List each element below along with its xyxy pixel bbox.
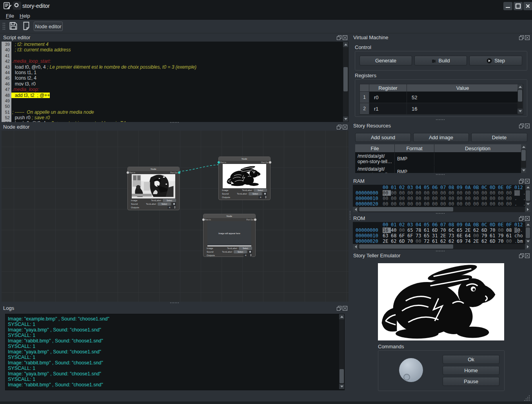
sound-icon[interactable] — [172, 202, 176, 206]
new-file-icon[interactable] — [22, 22, 31, 30]
hex-row[interactable]: 000000202E626D70007261626269742E626D7000… — [353, 238, 530, 244]
node-title[interactable]: Node — [219, 157, 270, 161]
minimize-button[interactable] — [503, 2, 512, 10]
script-line[interactable]: 44 Icons t1, 1 — [2, 70, 349, 75]
logs-output[interactable]: Image: "example.bmp" , Sound: "choose1.s… — [5, 314, 345, 390]
ok-button[interactable]: Ok — [443, 355, 499, 364]
close-button[interactable] — [523, 2, 532, 10]
script-line[interactable]: 39 ; t2: increment 4 — [2, 42, 349, 47]
dial-knob[interactable] — [399, 358, 423, 382]
resources-scrollbar[interactable] — [521, 144, 526, 173]
description-cell[interactable] — [434, 166, 521, 173]
resource-row[interactable]: /mnt/data/git/open-story-tellBMP — [355, 166, 521, 173]
splitter-handle[interactable] — [170, 122, 179, 123]
format-cell[interactable]: BMP — [395, 153, 434, 165]
resource-row[interactable]: /mnt/data/git/open-story-tell…BMP — [355, 153, 521, 165]
port-out-dot[interactable] — [269, 161, 271, 164]
script-line[interactable]: 48 add t3, t2 ; @++ — [2, 93, 349, 98]
register-column-header[interactable]: Register — [369, 84, 407, 91]
scrollbar-thumb[interactable] — [521, 150, 526, 161]
file-column-header[interactable]: File — [355, 144, 394, 152]
select-image-button[interactable]: Select — [239, 247, 252, 250]
rom-vscrollbar[interactable] — [525, 222, 530, 244]
sound-icon[interactable] — [263, 192, 267, 195]
scroll-down-arrow[interactable] — [343, 116, 348, 122]
node-media-2[interactable]: Node Port In Port Out — [218, 157, 271, 200]
pause-button[interactable]: Pause — [443, 377, 499, 386]
outputs-spinner[interactable]: 4 — [258, 195, 267, 199]
scroll-down-arrow[interactable] — [521, 168, 526, 173]
select-sound-button[interactable]: Select — [249, 192, 262, 195]
delete-button[interactable]: Delete — [471, 133, 527, 142]
script-line[interactable]: 47.media_loop: — [2, 87, 349, 92]
node-media-3[interactable]: Node Port In Port Out Image will appear … — [203, 214, 256, 257]
splitter-handle[interactable] — [436, 174, 445, 175]
register-value-cell[interactable]: 52 — [407, 92, 518, 103]
format-cell[interactable]: BMP — [395, 166, 434, 173]
close-panel-icon[interactable] — [343, 125, 347, 129]
description-cell[interactable] — [434, 153, 521, 165]
script-line[interactable]: 52 push r0 ; save r0 — [2, 115, 349, 120]
script-line[interactable]: 50 — [2, 104, 349, 109]
float-panel-icon[interactable] — [337, 35, 341, 40]
close-panel-icon[interactable] — [343, 35, 347, 40]
script-line[interactable]: 51; ------ On appelle un autre media nod… — [2, 109, 349, 115]
close-panel-icon[interactable] — [525, 35, 530, 40]
scroll-right-arrow[interactable] — [525, 244, 530, 249]
logs-scrollbar[interactable] — [339, 314, 344, 389]
port-out-dot[interactable] — [254, 218, 256, 221]
rom-hscrollbar[interactable] — [353, 244, 530, 249]
script-line[interactable]: 41 — [2, 53, 349, 58]
step-button[interactable]: Step — [469, 56, 522, 66]
float-panel-icon[interactable] — [519, 179, 524, 184]
outputs-spinner[interactable]: 4 — [243, 253, 252, 257]
ram-vscrollbar[interactable] — [525, 185, 530, 207]
vertical-splitter-handle[interactable] — [350, 211, 350, 220]
register-name-cell[interactable]: r1 — [369, 103, 407, 114]
build-button[interactable]: Build — [414, 56, 467, 66]
close-panel-icon[interactable] — [343, 306, 347, 311]
scroll-right-arrow[interactable] — [525, 207, 530, 212]
scrollbar-thumb[interactable] — [343, 67, 348, 91]
rom-hex-view[interactable]: 000102030405060708090A0B0C0D0E0F01200000… — [353, 222, 530, 249]
scroll-left-arrow[interactable] — [353, 244, 358, 249]
register-value-cell[interactable]: 16 — [407, 103, 518, 114]
register-name-cell[interactable]: r0 — [369, 92, 407, 103]
script-editor[interactable]: 39 ; t2: increment 440 ; t3: current med… — [2, 42, 349, 122]
scroll-left-arrow[interactable] — [353, 207, 358, 212]
splitter-handle[interactable] — [436, 251, 445, 251]
scroll-down-arrow[interactable] — [525, 202, 530, 207]
scroll-up-arrow[interactable] — [517, 84, 523, 89]
node-media-1[interactable]: Node Port In Port Out — [127, 167, 180, 210]
scrollbar-thumb[interactable] — [340, 369, 344, 383]
value-column-header[interactable]: Value — [407, 84, 518, 91]
scrollbar-thumb[interactable] — [518, 90, 522, 102]
ram-hscrollbar[interactable] — [353, 207, 530, 212]
scrollbar-thumb[interactable] — [359, 207, 453, 211]
scroll-up-arrow[interactable] — [525, 222, 530, 227]
sound-icon[interactable] — [248, 250, 252, 253]
scrollbar-thumb[interactable] — [526, 190, 530, 201]
resize-grip[interactable] — [524, 395, 530, 402]
port-in-dot[interactable] — [127, 171, 129, 174]
close-panel-icon[interactable] — [525, 179, 530, 184]
script-line[interactable]: 40 ; t3: current media address — [2, 47, 349, 53]
port-out-dot[interactable] — [178, 171, 180, 174]
node-editor-button[interactable]: Node editor — [34, 22, 63, 31]
add-sound-button[interactable]: Add sound — [355, 133, 411, 142]
float-panel-icon[interactable] — [337, 306, 341, 311]
hex-row[interactable]: 0000002000000000000000000000000000000000… — [353, 201, 530, 207]
file-cell[interactable]: /mnt/data/git/open-story-tell — [355, 166, 394, 173]
hex-row[interactable]: 0000000000000000000000000000000000000000… — [353, 190, 530, 196]
float-panel-icon[interactable] — [519, 124, 524, 128]
hex-row[interactable]: 0000001063686F6F7365312E736E640079617961… — [353, 233, 530, 238]
description-column-header[interactable]: Description — [434, 144, 521, 152]
registers-scrollbar[interactable] — [517, 84, 523, 114]
script-line[interactable]: 46 mov t3, r0 — [2, 81, 349, 87]
save-icon[interactable] — [9, 22, 18, 30]
home-button[interactable]: Home — [443, 366, 499, 375]
scroll-up-arrow[interactable] — [521, 144, 526, 149]
scroll-down-arrow[interactable] — [525, 239, 530, 244]
scroll-down-arrow[interactable] — [517, 109, 523, 114]
float-panel-icon[interactable] — [519, 253, 524, 258]
